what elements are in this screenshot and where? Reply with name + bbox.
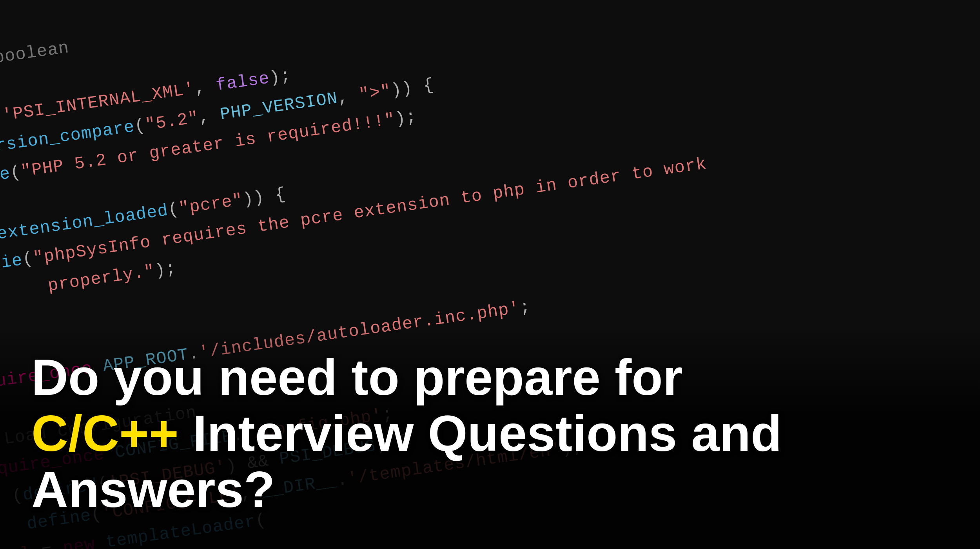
overlay: Do you need to prepare for C/C++ Intervi… bbox=[0, 326, 980, 549]
headline-cpp: C/C++ bbox=[31, 405, 179, 462]
headline-interview: Interview Questions bbox=[179, 405, 677, 462]
headline-line2: C/C++ Interview Questions and Answers? bbox=[31, 405, 949, 518]
headline-line1: Do you need to prepare for bbox=[31, 349, 949, 405]
